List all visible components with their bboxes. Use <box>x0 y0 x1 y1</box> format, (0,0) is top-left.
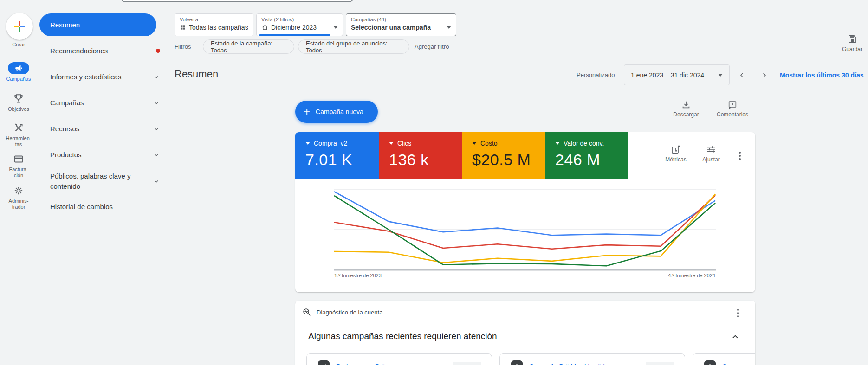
diagnostics-more-menu[interactable] <box>735 307 741 319</box>
campaign-selector[interactable]: Campañas (44) Seleccionar una campaña <box>346 13 456 36</box>
sidebar-item-informes[interactable]: Informes y estadísticas <box>50 73 160 81</box>
filter-chip-adgroup-state[interactable]: Estado del grupo de anuncios: Todos <box>298 39 409 54</box>
sidebar-item-label: Historial de cambios <box>50 203 160 211</box>
chart-line-Valor de conv. <box>334 196 715 266</box>
metric-value: 246 M <box>555 151 628 169</box>
filter-chip-campaign-state[interactable]: Estado de la campaña: Todas <box>203 39 294 54</box>
metric-card-compra[interactable]: Compra_v2 7.01 K <box>295 132 379 179</box>
add-filter-button[interactable]: Agregar filtro <box>415 43 449 50</box>
metrics-button[interactable]: Métricas <box>659 144 693 163</box>
sidebar-item-publicos[interactable]: Públicos, palabras clave y contenido <box>50 171 160 192</box>
campaign-alert-card[interactable]: Campaña Brit Mas Vendida... Detenida <box>499 353 685 365</box>
megaphone-icon <box>8 62 29 74</box>
campaign-type-icon <box>511 360 523 365</box>
sidebar-item-recomendaciones[interactable]: Recomendaciones <box>50 47 160 55</box>
chart-plus-icon <box>659 144 693 155</box>
active-view-indicator <box>259 34 330 36</box>
attention-section-title: Algunas campañas recientes requieren ate… <box>308 331 497 341</box>
metric-label: Clics <box>397 140 411 147</box>
rail-label-line1: Adminis- <box>0 198 37 204</box>
sidebar-item-resumen[interactable]: Resumen <box>39 13 156 36</box>
rail-label-line1: Herramien- <box>0 135 37 141</box>
metric-value: 7.01 K <box>305 151 379 169</box>
rail-label: Objetivos <box>0 106 37 112</box>
chip-label: Estado del grupo de anuncios: Todos <box>306 40 402 54</box>
campaign-alert-card[interactable]: Performance Brit... Detenida <box>306 353 492 365</box>
metric-card-valor-conv[interactable]: Valor de conv. 246 M <box>545 132 628 179</box>
campaign-link[interactable]: Campaña Brit Mas Vendida... <box>529 363 639 365</box>
show-last-30-days-link[interactable]: Mostrar los últimos 30 días <box>780 71 864 79</box>
chevron-down-icon <box>153 178 160 185</box>
selector-label: Volver a <box>180 17 248 22</box>
gear-icon <box>0 185 37 197</box>
selector-value: Todas las campañas <box>189 24 248 31</box>
adjust-label: Ajustar <box>696 156 726 163</box>
metric-label: Valor de conv. <box>564 140 604 147</box>
selector-value: Diciembre 2023 <box>271 24 330 31</box>
chevron-down-icon <box>153 152 160 158</box>
rail-label-line2: trador <box>0 204 37 210</box>
comment-icon <box>713 100 752 110</box>
date-next-button[interactable] <box>758 69 771 82</box>
sidebar-item-label: Productos <box>50 151 153 159</box>
sliders-icon <box>696 144 726 155</box>
back-to-selector[interactable]: Volver a Todas las campañas <box>175 13 253 36</box>
x-axis-label-start: 1.º trimestre de 2023 <box>334 273 382 278</box>
download-button[interactable]: Descargar <box>670 100 702 118</box>
vista-selector[interactable]: Vista (2 filtros) Diciembre 2023 <box>256 13 343 36</box>
rail-label-line2: ción <box>0 173 37 179</box>
caret-down-icon <box>447 26 451 29</box>
left-icon-rail: Crear Campañas Objetivos <box>0 0 37 365</box>
date-range-picker[interactable]: 1 ene 2023 – 31 dic 2024 <box>624 64 730 85</box>
download-icon <box>670 100 702 110</box>
campaign-link[interactable]: Campa <box>722 363 755 365</box>
sidebar-item-productos[interactable]: Productos <box>50 151 160 159</box>
new-campaign-button[interactable]: + Campaña nueva <box>295 101 378 123</box>
caret-down-icon <box>305 142 310 145</box>
rail-label: Campañas <box>0 76 37 82</box>
rail-item-herramientas[interactable]: Herramien- tas <box>0 122 37 147</box>
collapse-section-button[interactable] <box>731 332 740 341</box>
sidebar-item-historial[interactable]: Historial de cambios <box>50 203 160 211</box>
campaign-alert-card[interactable]: Campa <box>693 353 755 365</box>
status-badge: Detenida <box>453 362 481 365</box>
sidebar-item-label: Campañas <box>50 99 153 107</box>
adjust-button[interactable]: Ajustar <box>696 144 726 163</box>
rail-label-line1: Factura- <box>0 166 37 173</box>
plus-multicolor-icon <box>13 19 26 33</box>
save-button[interactable]: Guardar <box>839 33 865 52</box>
rail-label-line2: tas <box>0 141 37 147</box>
comments-button[interactable]: Comentarios <box>713 100 752 118</box>
create-button[interactable] <box>6 13 33 40</box>
download-label: Descargar <box>670 111 702 118</box>
caret-down-icon <box>555 142 560 145</box>
campaign-link[interactable]: Performance Brit... <box>336 363 446 365</box>
date-prev-button[interactable] <box>736 69 749 82</box>
overview-chart-card: Compra_v2 7.01 K Clics 136 k Costo $20.5… <box>295 132 755 292</box>
rail-item-facturacion[interactable]: Factura- ción <box>0 153 37 179</box>
rail-item-campanas[interactable]: Campañas <box>0 62 37 82</box>
selector-label: Campañas (44) <box>351 17 451 22</box>
chart-line-Compra_v2 <box>334 192 715 235</box>
home-icon <box>261 24 268 31</box>
rail-item-administrador[interactable]: Adminis- trador <box>0 185 37 210</box>
metric-label: Costo <box>480 140 498 147</box>
metric-card-clics[interactable]: Clics 136 k <box>379 132 462 179</box>
sidebar-item-label-line1: Públicos, palabras clave y <box>50 171 153 181</box>
selector-value: Seleccionar una campaña <box>351 24 444 31</box>
chevron-down-icon <box>153 126 160 132</box>
diagnostics-title: Diagnóstico de la cuenta <box>317 309 382 316</box>
date-range-type: Personalizado <box>577 71 615 78</box>
sidebar-item-label: Recomendaciones <box>50 47 160 55</box>
status-badge: Detenida <box>646 362 674 365</box>
sidebar-item-campanas[interactable]: Campañas <box>50 99 160 107</box>
campaign-type-icon <box>704 360 716 365</box>
filters-label: Filtros <box>175 43 191 50</box>
caret-down-icon <box>718 74 723 77</box>
sidebar-item-recursos[interactable]: Recursos <box>50 125 160 133</box>
rail-item-objetivos[interactable]: Objetivos <box>0 93 37 112</box>
overview-more-menu[interactable] <box>737 150 743 162</box>
metric-card-costo[interactable]: Costo $20.5 M <box>462 132 545 179</box>
chevron-up-icon <box>731 332 740 341</box>
selector-label: Vista (2 filtros) <box>261 17 338 22</box>
